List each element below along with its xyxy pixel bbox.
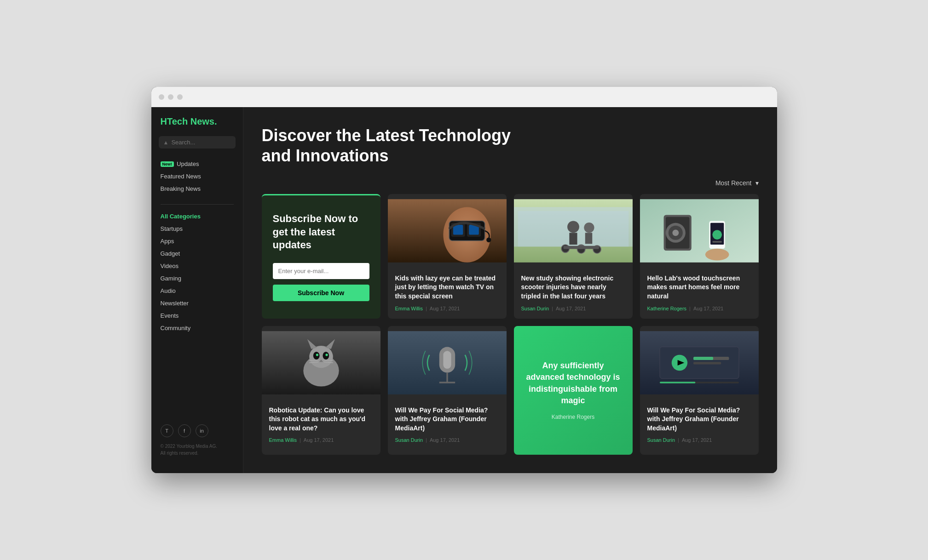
hello-lab-card-author: Katherine Rogers: [647, 306, 687, 311]
page-title: Discover the Latest Technologyand Innova…: [262, 126, 759, 165]
social-icons: T f in: [161, 424, 234, 437]
sidebar-item-breaking-news[interactable]: Breaking News: [161, 183, 234, 195]
filter-bar: Most Recent ▾: [262, 179, 759, 187]
svg-rect-12: [569, 233, 577, 245]
robot-card-title: Robotica Update: Can you love this robot…: [269, 406, 373, 433]
sidebar-item-gadget[interactable]: Gadget: [161, 247, 234, 260]
browser-dot-close[interactable]: [159, 94, 164, 100]
sidebar: HTech News. ▲ New! Updates Featured News…: [151, 107, 243, 473]
social-media-card-2-image: [640, 326, 759, 400]
vr-card-author: Emma Willis: [395, 306, 423, 311]
copyright-text: © 2022 Yourblog Media AG.All rights rese…: [161, 443, 234, 457]
hello-lab-card[interactable]: Hello Lab's wood touchscreen makes smart…: [640, 194, 759, 319]
browser-window: HTech News. ▲ New! Updates Featured News…: [151, 87, 777, 473]
browser-chrome: [151, 87, 777, 107]
nav-divider: [161, 204, 234, 205]
subscribe-button[interactable]: Subscribe Now: [273, 285, 369, 301]
robot-card-date: Aug 17, 2021: [304, 437, 334, 443]
svg-point-13: [584, 223, 594, 233]
subscribe-title: Subscribe Now to get the latest updates: [273, 212, 369, 252]
sidebar-item-featured-news[interactable]: Featured News: [161, 170, 234, 183]
categories-section: All Categories Startups Apps Gadget Vide…: [151, 210, 243, 334]
chevron-down-icon: ▾: [755, 179, 759, 187]
filter-most-recent[interactable]: Most Recent ▾: [715, 179, 759, 187]
hello-lab-card-image: [640, 194, 759, 268]
search-icon: ▲: [163, 139, 169, 146]
browser-dot-minimize[interactable]: [168, 94, 173, 100]
search-input[interactable]: [171, 139, 231, 146]
browser-dot-maximize[interactable]: [177, 94, 183, 100]
svg-rect-59: [660, 382, 695, 383]
social-media-card-meta: Susan Durin | Aug 17, 2021: [395, 437, 499, 443]
all-categories-label[interactable]: All Categories: [161, 210, 234, 223]
sidebar-item-events[interactable]: Events: [161, 309, 234, 322]
logo[interactable]: HTech News.: [151, 116, 243, 136]
robot-card-meta: Emma Willis | Aug 17, 2021: [269, 437, 373, 443]
scooter-card-image: [514, 194, 633, 268]
sidebar-item-startups[interactable]: Startups: [161, 223, 234, 235]
social-media-card-2-meta: Susan Durin | Aug 17, 2021: [647, 437, 751, 443]
svg-point-29: [712, 230, 722, 240]
svg-rect-56: [693, 362, 721, 364]
hello-lab-card-date: Aug 17, 2021: [693, 306, 723, 311]
robot-news-card[interactable]: Robotica Update: Can you love this robot…: [262, 326, 380, 455]
quote-card[interactable]: Any sufficiently advanced technology is …: [514, 326, 633, 455]
hello-lab-card-meta: Katherine Rogers | Aug 17, 2021: [647, 306, 751, 311]
svg-rect-21: [640, 199, 759, 263]
robot-card-body: Robotica Update: Can you love this robot…: [262, 400, 380, 451]
svg-point-34: [309, 346, 333, 368]
social-media-card-2-date: Aug 17, 2021: [682, 437, 712, 443]
sidebar-item-videos[interactable]: Videos: [161, 260, 234, 272]
new-badge: New!: [161, 161, 174, 167]
social-media-card-image: [388, 326, 507, 400]
page-header: Discover the Latest Technologyand Innova…: [262, 126, 759, 165]
svg-rect-5: [453, 225, 463, 235]
linkedin-icon[interactable]: in: [196, 424, 208, 437]
sidebar-item-newsletter[interactable]: Newsletter: [161, 297, 234, 309]
svg-point-11: [567, 221, 579, 233]
news-grid: Subscribe Now to get the latest updates …: [262, 194, 759, 455]
scooter-news-card[interactable]: New study showing electronic scooter inj…: [514, 194, 633, 319]
vr-card-body: Kids with lazy eye can be treated just b…: [388, 268, 507, 319]
search-box[interactable]: ▲: [159, 136, 236, 149]
vr-card-image: [388, 194, 507, 268]
vr-card-meta: Emma Willis | Aug 17, 2021: [395, 306, 499, 311]
scooter-card-title: New study showing electronic scooter inj…: [521, 274, 625, 301]
svg-point-40: [325, 354, 328, 356]
vr-news-card[interactable]: Kids with lazy eye can be treated just b…: [388, 194, 507, 319]
social-media-card-2-title: Will We Pay For Social Media? with Jeffr…: [647, 406, 751, 433]
social-media-card-author: Susan Durin: [395, 437, 423, 443]
svg-rect-30: [712, 241, 722, 242]
email-input[interactable]: [273, 263, 369, 279]
hello-lab-card-body: Hello Lab's wood touchscreen makes smart…: [640, 268, 759, 319]
scooter-card-date: Aug 17, 2021: [556, 306, 586, 311]
social-media-card-2-body: Will We Pay For Social Media? with Jeffr…: [640, 400, 759, 451]
nav-top-section: New! Updates Featured News Breaking News: [151, 158, 243, 195]
sidebar-item-community[interactable]: Community: [161, 322, 234, 334]
social-media-card-2[interactable]: Will We Pay For Social Media? with Jeffr…: [640, 326, 759, 455]
svg-point-31: [705, 248, 729, 260]
facebook-icon[interactable]: f: [178, 424, 191, 437]
svg-rect-14: [585, 233, 592, 244]
social-media-card-2-author: Susan Durin: [647, 437, 675, 443]
sidebar-item-updates-label: Updates: [177, 160, 199, 167]
sidebar-item-gaming[interactable]: Gaming: [161, 272, 234, 285]
twitter-icon[interactable]: T: [161, 424, 173, 437]
robot-card-author: Emma Willis: [269, 437, 297, 443]
social-media-card-date: Aug 17, 2021: [430, 437, 460, 443]
app-body: HTech News. ▲ New! Updates Featured News…: [151, 107, 777, 473]
sidebar-footer: T f in © 2022 Yourblog Media AG.All righ…: [151, 417, 243, 464]
svg-rect-57: [693, 357, 713, 360]
sidebar-item-audio[interactable]: Audio: [161, 285, 234, 297]
svg-point-26: [672, 229, 679, 236]
svg-rect-48: [443, 351, 451, 369]
sidebar-item-apps[interactable]: Apps: [161, 235, 234, 247]
social-media-card[interactable]: Will We Pay For Social Media? with Jeffr…: [388, 326, 507, 455]
hello-lab-card-title: Hello Lab's wood touchscreen makes smart…: [647, 274, 751, 301]
main-content: Discover the Latest Technologyand Innova…: [243, 107, 777, 473]
quote-text: Any sufficiently advanced technology is …: [523, 360, 623, 406]
svg-point-7: [486, 237, 491, 242]
subscribe-card[interactable]: Subscribe Now to get the latest updates …: [262, 194, 380, 319]
sidebar-item-updates[interactable]: New! Updates: [161, 158, 234, 170]
scooter-card-meta: Susan Durin | Aug 17, 2021: [521, 306, 625, 311]
